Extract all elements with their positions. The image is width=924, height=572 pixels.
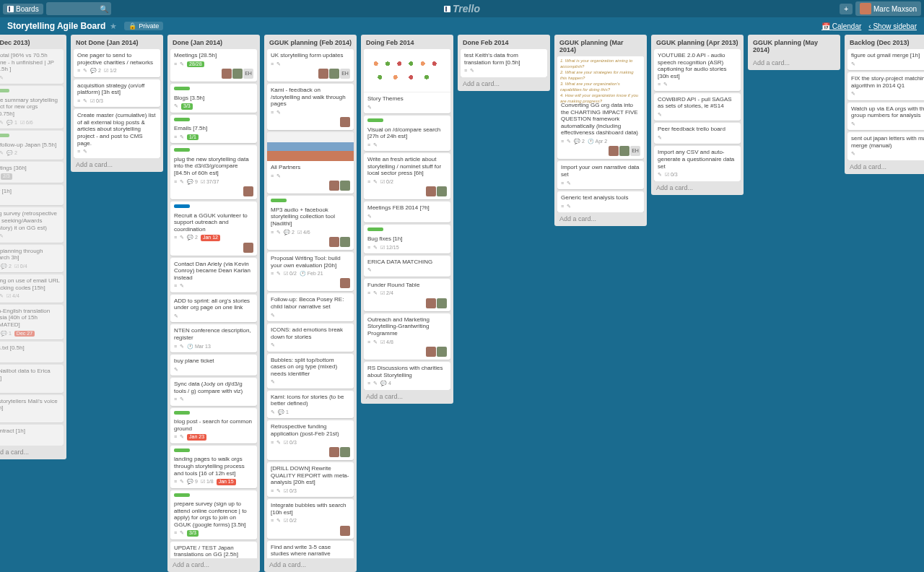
list[interactable]: Backlog (Dec 2013)figure out gmail merge…: [845, 35, 924, 174]
show-sidebar-link[interactable]: ‹ Show sidebar: [868, 22, 917, 30]
card[interactable]: Import any CSV and auto-generate a quest…: [654, 146, 741, 181]
list[interactable]: GGUK planning (Feb 2014)UK storytelling …: [264, 35, 357, 572]
list-title[interactable]: GGUK planning (Feb 2014): [267, 38, 354, 49]
add-card-button[interactable]: Add a card...: [364, 390, 450, 401]
boards-button[interactable]: Boards: [3, 4, 43, 14]
member-avatar[interactable]: [437, 298, 447, 308]
add-card-button[interactable]: Add a card...: [654, 181, 741, 192]
member-avatar[interactable]: [619, 146, 629, 156]
list[interactable]: GGUK planning (Mar 2014)1. What is your …: [554, 35, 647, 226]
card[interactable]: Outreach and Marketing Storytelling-Gran…: [364, 313, 450, 360]
member-avatar[interactable]: [318, 69, 328, 79]
list[interactable]: GGUK planning (May 2014)Add a card...: [748, 35, 840, 70]
card[interactable]: [DRILL DOWN] Rewrite QUALITY REPORT with…: [267, 462, 354, 497]
card[interactable]: One pager to send to projective charitie…: [74, 49, 160, 77]
card[interactable]: Bubbles: split top/bottom cases on org t…: [267, 354, 354, 389]
card[interactable]: Generic text analysis tools≡✎: [557, 191, 644, 212]
card[interactable]: UPDATE / TEST Japan translations on GG […: [170, 542, 257, 558]
card[interactable]: All Partners≡✎: [267, 132, 354, 194]
card[interactable]: NTEN conference description, register≡✎🕐…: [170, 324, 257, 352]
card[interactable]: Contact Dan Ariely (via Kevin Conroy) be…: [170, 258, 257, 292]
card[interactable]: Watch up via EA orgs with the group numb…: [847, 103, 924, 131]
card[interactable]: FIX the story-project matching algorithm…: [847, 72, 924, 100]
card[interactable]: plug the new storytelling data into the …: [170, 145, 257, 199]
star-icon[interactable]: ★: [110, 22, 117, 31]
add-button[interactable]: +: [840, 4, 853, 14]
card[interactable]: Sync data (Jody on dj/d3/g tools / g) co…: [170, 378, 257, 406]
card[interactable]: Recruit a GGUK volunteer to support outr…: [170, 202, 257, 256]
card[interactable]: COWBIRD API - pull SAGAS as sets of stor…: [654, 93, 741, 121]
member-avatar[interactable]: [426, 186, 436, 196]
list[interactable]: Doing Feb 2014Story Themes✎Visual on /d/…: [361, 35, 453, 404]
member-avatar[interactable]: EH: [630, 146, 640, 156]
card[interactable]: ta planning through March 3h]✎💬 2☑ 0/4: [0, 245, 64, 273]
user-menu[interactable]: Marc Maxson: [855, 1, 921, 16]
calendar-link[interactable]: 📅 Calendar: [821, 22, 861, 30]
add-card-button[interactable]: Add a card...: [0, 446, 64, 456]
card[interactable]: figure out gmail merge [1h]✎: [847, 49, 924, 70]
card[interactable]: Write an fresh article about storytellin…: [364, 153, 450, 199]
list-title[interactable]: e (Dec 2013): [0, 38, 64, 49]
card[interactable]: contract [1h]✎: [0, 425, 64, 446]
card[interactable]: th follow-up Japan [5.5h]≡✎💬 2: [0, 131, 64, 160]
member-avatar[interactable]: [329, 447, 339, 457]
card[interactable]: landing pages to walk orgs through story…: [170, 446, 257, 488]
card[interactable]: test Keith's data from translation form …: [461, 49, 547, 77]
card[interactable]: xls.txt [0.5h]✎: [0, 342, 64, 363]
board-title[interactable]: Storytelling Agile Board: [7, 21, 105, 31]
list-title[interactable]: Done (Jan 2014): [170, 38, 257, 49]
member-avatar[interactable]: [340, 278, 350, 288]
card[interactable]: Blogs [3.5h]✎3/3: [170, 84, 257, 113]
add-card-button[interactable]: Add a card...: [557, 212, 644, 223]
card[interactable]: ADD to sprint: all org's stories under o…: [170, 295, 257, 323]
card[interactable]: ERICA DATA MATCHING✎: [364, 256, 450, 277]
list-title[interactable]: GGUK planning (Apr 2013): [654, 38, 741, 49]
member-avatar[interactable]: [232, 69, 243, 79]
card[interactable]: sent out japan letters with mail merge (…: [847, 132, 924, 160]
member-avatar[interactable]: [609, 146, 619, 156]
list-title[interactable]: GGUK planning (May 2014): [751, 38, 837, 56]
member-avatar[interactable]: [340, 237, 350, 247]
card[interactable]: Meetings FEB 2014 [?h]✎: [364, 202, 450, 222]
search-input[interactable]: 🔍: [46, 2, 111, 15]
member-avatar[interactable]: [243, 243, 253, 253]
member-avatar[interactable]: [426, 298, 436, 308]
list[interactable]: Done Feb 2014test Keith's data from tran…: [458, 35, 550, 91]
card[interactable]: acquisition strategy (on/off platform) […: [74, 79, 160, 108]
list[interactable]: Done (Jan 2014)Meetings [28.5h]≡✎28/28EH…: [167, 35, 260, 572]
member-avatar[interactable]: [243, 186, 253, 196]
list-title[interactable]: Backlog (Dec 2013): [847, 38, 924, 49]
card[interactable]: h Nailbot data to Erica 3h]✎: [0, 365, 64, 393]
card[interactable]: RS Discussions with charities about Stor…: [364, 362, 450, 390]
card[interactable]: buy plane ticket✎: [170, 355, 257, 376]
member-avatar[interactable]: [437, 347, 447, 357]
card[interactable]: prepare survey (sign up to attend online…: [170, 490, 257, 540]
list[interactable]: Not Done (Jan 2014)One pager to send to …: [71, 35, 163, 172]
list-title[interactable]: Not Done (Jan 2014): [74, 38, 160, 49]
card[interactable]: UK storytelling form updates≡✎EH: [267, 49, 354, 82]
member-avatar[interactable]: [340, 181, 350, 191]
member-avatar[interactable]: [329, 237, 339, 247]
card[interactable]: Follow-up: Becca Posey RE: child labor n…: [267, 293, 354, 321]
add-card-button[interactable]: Add a card...: [751, 56, 837, 67]
list[interactable]: GGUK planning (Apr 2013)YOUTUBE 2.0 API …: [651, 35, 744, 195]
member-avatar[interactable]: [329, 181, 339, 191]
card[interactable]: ish-English translation assia [40h of 15…: [0, 305, 64, 339]
card[interactable]: age summary storytelling pact for new or…: [0, 86, 64, 129]
card[interactable]: Kami: icons for stories (to be better de…: [267, 391, 354, 419]
card[interactable]: Find and write 3-5 case studies where na…: [267, 541, 354, 558]
member-avatar[interactable]: [340, 447, 350, 457]
card[interactable]: Funder Round Table≡✎☑ 2/4: [364, 279, 450, 311]
member-avatar[interactable]: [340, 117, 350, 127]
card[interactable]: Retrospective funding application (post-…: [267, 420, 354, 460]
card[interactable]: Kami - feedback on /storytelling and wal…: [267, 84, 354, 130]
member-avatar[interactable]: [329, 69, 339, 79]
member-avatar[interactable]: EH: [340, 69, 350, 79]
card[interactable]: Integrate bubbles with search [10h est]≡…: [267, 499, 354, 539]
card[interactable]: 1. What is your organization aiming to a…: [557, 56, 644, 159]
card[interactable]: Peer feedback trello board✎: [654, 123, 741, 144]
card[interactable]: YOUTUBE 2.0 API - audio speech recogniti…: [654, 49, 741, 91]
card[interactable]: blog post - search for common ground≡✎Ja…: [170, 408, 257, 443]
card[interactable]: Create master (cumulative) list of all e…: [74, 109, 160, 157]
privacy-button[interactable]: 🔒 Private: [124, 22, 163, 30]
